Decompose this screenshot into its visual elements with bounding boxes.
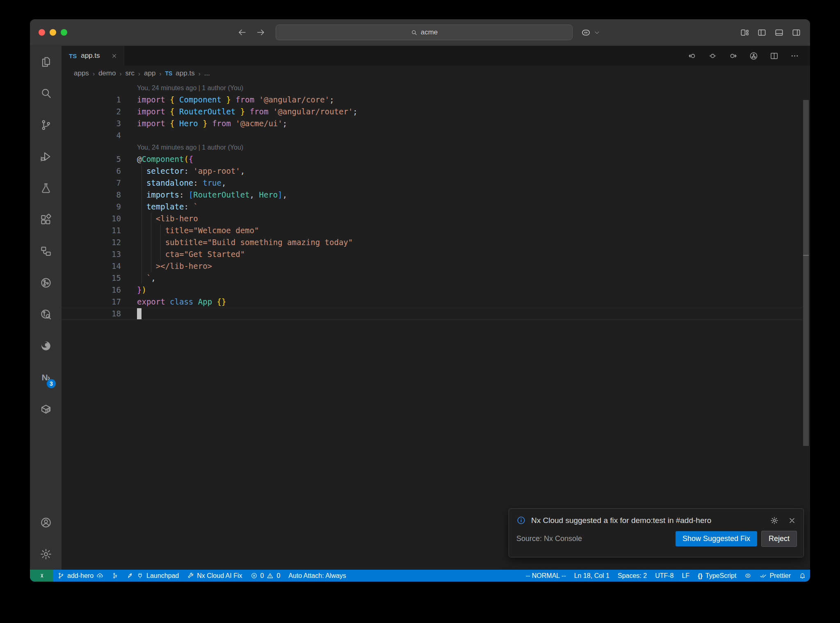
line-number: 12 bbox=[62, 236, 121, 248]
code-token: import bbox=[137, 107, 165, 116]
code-token: { bbox=[170, 95, 174, 104]
notification-close-icon[interactable] bbox=[788, 516, 796, 525]
command-center-search[interactable]: acme bbox=[276, 25, 573, 40]
line-number: 8 bbox=[62, 189, 121, 201]
activity-bar-item-edge-devtools[interactable] bbox=[30, 330, 62, 362]
source-control-graph-icon[interactable] bbox=[749, 51, 758, 61]
status-item-problems[interactable]: 00 bbox=[247, 570, 285, 582]
activity-bar-item-explorer[interactable] bbox=[30, 46, 62, 77]
code-line: 18 bbox=[62, 308, 810, 320]
search-value: acme bbox=[421, 28, 438, 36]
code-token: : bbox=[184, 202, 188, 211]
activity-bar-item-accounts[interactable] bbox=[30, 507, 62, 538]
code-text: cta="Get Started" bbox=[137, 248, 245, 260]
status-item-remote-indicator[interactable] bbox=[30, 570, 53, 582]
navigate-forward-icon[interactable] bbox=[728, 51, 738, 61]
code-token: ` bbox=[193, 202, 198, 211]
status-item-formatter[interactable]: Prettier bbox=[756, 570, 795, 582]
code-token: ; bbox=[283, 119, 287, 128]
status-item-notifications-bell[interactable] bbox=[795, 570, 810, 582]
copilot-menu[interactable] bbox=[580, 19, 600, 45]
reject-button[interactable]: Reject bbox=[761, 531, 797, 547]
status-item-vim-mode[interactable]: -- NORMAL -- bbox=[522, 570, 570, 582]
status-text: Auto Attach: Always bbox=[288, 572, 346, 580]
status-item-nx-cloud-ai-fix[interactable]: Nx Cloud AI Fix bbox=[183, 570, 246, 582]
code-token: , bbox=[221, 178, 226, 187]
history-back-icon[interactable] bbox=[237, 27, 247, 37]
activity-bar-item-source-control[interactable] bbox=[30, 109, 62, 141]
activity-bar-item-gitlens-inspect[interactable] bbox=[30, 298, 62, 330]
settings-icon bbox=[40, 548, 52, 560]
status-item-git-graph[interactable] bbox=[107, 570, 123, 582]
status-item-branch-status[interactable]: add-hero bbox=[53, 570, 107, 582]
activity-bar-item-gitlens-graph[interactable] bbox=[30, 267, 62, 298]
activity-bar-item-references[interactable] bbox=[30, 235, 62, 267]
status-item-language-mode[interactable]: {}TypeScript bbox=[694, 570, 740, 582]
close-window-button[interactable] bbox=[39, 29, 45, 36]
breadcrumb-item-apps[interactable]: apps bbox=[74, 69, 89, 77]
line-number: 6 bbox=[62, 165, 121, 177]
activity-bar-item-search[interactable] bbox=[30, 77, 62, 109]
show-suggested-fix-button[interactable]: Show Suggested Fix bbox=[676, 531, 757, 546]
status-item-launchpad[interactable]: Launchpad bbox=[123, 570, 183, 582]
code-token: imports bbox=[146, 190, 179, 199]
status-item-encoding[interactable]: UTF-8 bbox=[651, 570, 678, 582]
blame-text: You, 24 minutes ago | 1 author (You) bbox=[137, 82, 243, 94]
line-number: 18 bbox=[62, 308, 121, 320]
notification-settings-icon[interactable] bbox=[770, 516, 778, 525]
breadcrumb-item-src[interactable]: src bbox=[125, 69, 135, 77]
status-bar-left: add-heroLaunchpadNx Cloud AI Fix00Auto A… bbox=[30, 570, 350, 582]
traffic-lights bbox=[39, 29, 67, 36]
activity-bar-item-containers[interactable] bbox=[30, 393, 62, 425]
activity-bar-item-run-and-debug[interactable] bbox=[30, 141, 62, 172]
activity-bar-item-manage[interactable] bbox=[30, 538, 62, 570]
toggle-secondary-sidebar-icon[interactable] bbox=[792, 28, 801, 37]
history-forward-icon[interactable] bbox=[256, 27, 266, 37]
code-token bbox=[231, 95, 235, 104]
code-text: }) bbox=[137, 284, 146, 296]
code-token: Hero bbox=[179, 119, 198, 128]
breadcrumb-item-app[interactable]: app bbox=[144, 69, 155, 77]
code-text: imports: [RouterOutlet, Hero], bbox=[137, 189, 287, 201]
gitlens-graph-icon bbox=[40, 277, 52, 289]
status-item-indentation[interactable]: Spaces: 2 bbox=[614, 570, 651, 582]
tab-bar: TS app.ts bbox=[62, 46, 810, 66]
status-item-cursor-position[interactable]: Ln 18, Col 1 bbox=[570, 570, 614, 582]
minimize-window-button[interactable] bbox=[50, 29, 56, 36]
code-editor[interactable]: You, 24 minutes ago | 1 author (You)1imp… bbox=[62, 81, 810, 570]
activity-bar-item-nx-console[interactable]: N›3 bbox=[30, 362, 62, 393]
gitlens-search-icon bbox=[40, 308, 52, 321]
notification-toast: Nx Cloud suggested a fix for demo:test i… bbox=[509, 508, 804, 557]
code-token: '@angular/router' bbox=[273, 107, 353, 116]
status-item-auto-attach[interactable]: Auto Attach: Always bbox=[284, 570, 350, 582]
code-token: import bbox=[137, 95, 165, 104]
status-item-copilot-status[interactable] bbox=[740, 570, 756, 582]
split-editor-icon[interactable] bbox=[769, 51, 779, 61]
navigate-current-icon[interactable] bbox=[708, 51, 717, 61]
code-token: {} bbox=[217, 297, 226, 306]
toggle-panel-icon[interactable] bbox=[774, 28, 784, 37]
code-token bbox=[175, 95, 179, 104]
tab-app-ts[interactable]: TS app.ts bbox=[62, 46, 124, 66]
breadcrumb-item--[interactable]: ... bbox=[204, 69, 210, 77]
code-text: import { Component } from '@angular/core… bbox=[137, 94, 334, 106]
code-token: template bbox=[146, 202, 184, 211]
activity-bar-item-extensions[interactable] bbox=[30, 204, 62, 235]
toggle-primary-sidebar-icon[interactable] bbox=[757, 28, 767, 37]
navigate-back-icon[interactable] bbox=[687, 51, 697, 61]
more-actions-icon[interactable] bbox=[790, 51, 799, 61]
close-tab-icon[interactable] bbox=[111, 53, 117, 59]
activity-bar-item-testing[interactable] bbox=[30, 172, 62, 204]
git-branch-icon bbox=[57, 572, 64, 579]
maximize-window-button[interactable] bbox=[61, 29, 67, 36]
customize-layout-icon[interactable] bbox=[740, 28, 749, 37]
line-number: 1 bbox=[62, 94, 121, 106]
code-token bbox=[189, 166, 193, 175]
breadcrumb-item-demo[interactable]: demo bbox=[98, 69, 116, 77]
code-token: ; bbox=[353, 107, 357, 116]
code-token bbox=[198, 119, 203, 128]
code-token: Hero bbox=[259, 190, 278, 199]
status-item-eol[interactable]: LF bbox=[678, 570, 694, 582]
code-token: from bbox=[212, 119, 231, 128]
breadcrumb-item-app-ts[interactable]: TSapp.ts bbox=[165, 69, 194, 77]
